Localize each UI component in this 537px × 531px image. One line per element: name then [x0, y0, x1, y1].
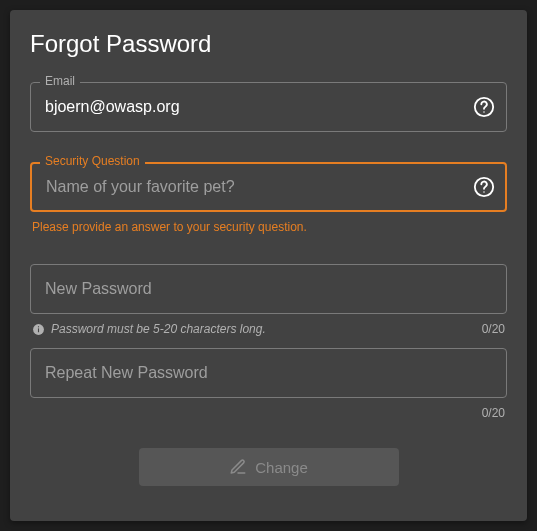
change-button-label: Change	[255, 459, 308, 476]
security-question-label: Security Question	[40, 154, 145, 168]
security-answer-input[interactable]	[30, 162, 507, 212]
page-title: Forgot Password	[30, 30, 507, 58]
security-question-error: Please provide an answer to your securit…	[30, 220, 507, 234]
help-icon[interactable]	[473, 96, 495, 118]
svg-rect-5	[38, 328, 39, 332]
help-icon[interactable]	[473, 176, 495, 198]
new-password-counter: 0/20	[482, 322, 505, 336]
new-password-hint-row: Password must be 5-20 characters long. 0…	[30, 322, 507, 336]
email-field-wrap: Email	[30, 82, 507, 132]
edit-icon	[229, 458, 247, 476]
button-row: Change	[30, 448, 507, 486]
repeat-password-counter: 0/20	[482, 406, 505, 420]
new-password-input[interactable]	[30, 264, 507, 314]
password-hint: Password must be 5-20 characters long.	[32, 322, 266, 336]
new-password-field-wrap	[30, 264, 507, 314]
svg-point-1	[483, 111, 484, 112]
repeat-password-hint-row: 0/20	[30, 406, 507, 420]
info-icon	[32, 323, 45, 336]
repeat-password-input[interactable]	[30, 348, 507, 398]
change-button[interactable]: Change	[139, 448, 399, 486]
password-hint-text: Password must be 5-20 characters long.	[51, 322, 266, 336]
security-question-field-wrap: Security Question	[30, 162, 507, 212]
svg-point-3	[483, 191, 484, 192]
email-input[interactable]	[30, 82, 507, 132]
email-label: Email	[40, 74, 80, 88]
svg-rect-6	[38, 326, 39, 327]
forgot-password-card: Forgot Password Email Security Question …	[10, 10, 527, 521]
repeat-password-field-wrap	[30, 348, 507, 398]
